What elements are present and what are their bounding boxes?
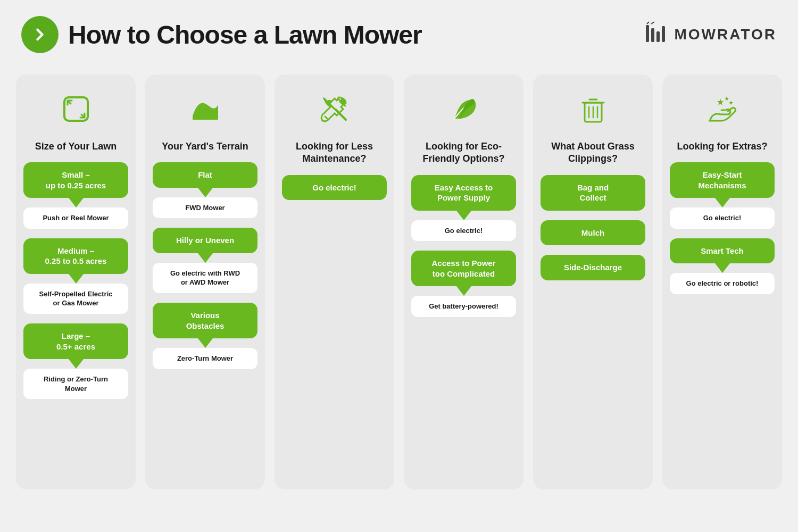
- arrow-flat: [198, 188, 213, 197]
- flow-group-medium: Medium –0.25 to 0.5 acres Self-Propelled…: [23, 238, 128, 321]
- col2-heading: Your Yard's Terrain: [162, 140, 248, 153]
- result-medium: Self-Propelled Electricor Gas Mower: [23, 284, 128, 314]
- bubble-mulch: Mulch: [541, 220, 645, 246]
- header: How to Choose a Lawn Mower MOWRATOR: [16, 11, 782, 59]
- maintenance-icon: [311, 85, 359, 133]
- arrow-easy-start: [715, 198, 730, 207]
- arrow-small: [69, 198, 84, 207]
- terrain-icon: [181, 85, 229, 133]
- col6-heading: Looking for Extras?: [677, 140, 767, 153]
- col-eco: Looking for Eco-Friendly Options? Easy A…: [404, 74, 523, 489]
- bubble-easy-power: Easy Access toPower Supply: [411, 175, 516, 211]
- page-wrapper: How to Choose a Lawn Mower MOWRATOR: [0, 0, 798, 532]
- svg-rect-3: [662, 26, 665, 42]
- col-terrain: Your Yard's Terrain Flat FWD Mower Hilly…: [145, 74, 265, 489]
- extras-icon: [699, 85, 746, 133]
- header-left: How to Choose a Lawn Mower: [21, 16, 422, 53]
- brand-icon: [644, 21, 669, 48]
- col-lawn-size: Size of Your Lawn Small –up to 0.25 acre…: [16, 74, 136, 489]
- columns-container: Size of Your Lawn Small –up to 0.25 acre…: [16, 74, 782, 489]
- arrow-hilly: [198, 253, 213, 263]
- col1-heading: Size of Your Lawn: [35, 140, 117, 153]
- arrow-medium: [69, 274, 84, 284]
- result-small: Push or Reel Mower: [23, 207, 128, 229]
- clippings-icon: [569, 85, 617, 133]
- result-hilly: Go electric with RWDor AWD Mower: [153, 263, 257, 293]
- bubble-small: Small –up to 0.25 acres: [23, 162, 128, 198]
- bubble-easy-start: Easy-StartMechanisms: [670, 162, 775, 198]
- result-flat: FWD Mower: [153, 197, 257, 219]
- bubble-hard-power: Access to Powertoo Complicated: [411, 251, 516, 286]
- page-title: How to Choose a Lawn Mower: [68, 20, 422, 49]
- lawn-size-icon: [52, 85, 100, 133]
- col5-heading: What About Grass Clippings?: [541, 140, 645, 165]
- col-maintenance: Looking for Less Maintenance? Go electri…: [275, 74, 394, 489]
- svg-rect-2: [656, 31, 660, 42]
- bubble-large: Large –0.5+ acres: [23, 323, 128, 359]
- flow-group-easy-power: Easy Access toPower Supply Go electric!: [411, 175, 516, 249]
- bubble-flat: Flat: [153, 162, 257, 188]
- result-hard-power: Get battery-powered!: [411, 296, 516, 317]
- svg-line-5: [325, 117, 327, 119]
- flow-group-discharge: Side-Discharge: [541, 255, 645, 288]
- col-clippings: What About Grass Clippings? Bag andColle…: [533, 74, 653, 489]
- arrow-easy-power: [456, 211, 471, 220]
- brand-logo: MOWRATOR: [644, 21, 777, 48]
- flow-group-bag: Bag andCollect: [541, 175, 645, 218]
- bubble-obstacles: VariousObstacles: [153, 303, 257, 338]
- col-extras: Looking for Extras? Easy-StartMechanisms…: [662, 74, 782, 489]
- chevron-right-icon: [30, 25, 49, 44]
- flow-group-electric: Go electric!: [282, 175, 387, 201]
- arrow-large: [69, 359, 84, 369]
- arrow-hard-power: [456, 286, 471, 296]
- result-obstacles: Zero-Turn Mower: [153, 348, 257, 369]
- flow-group-small: Small –up to 0.25 acres Push or Reel Mow…: [23, 162, 128, 236]
- flow-group-smart-tech: Smart Tech Go electric or robotic!: [670, 238, 775, 302]
- result-easy-start: Go electric!: [670, 207, 775, 229]
- bubble-smart-tech: Smart Tech: [670, 238, 775, 264]
- brand-name: MOWRATOR: [675, 26, 777, 43]
- bubble-go-electric: Go electric!: [282, 175, 387, 201]
- result-easy-power: Go electric!: [411, 220, 516, 242]
- flow-group-hard-power: Access to Powertoo Complicated Get batte…: [411, 251, 516, 325]
- flow-group-flat: Flat FWD Mower: [153, 162, 257, 226]
- eco-icon: [440, 85, 488, 133]
- arrow-obstacles: [198, 338, 213, 348]
- header-icon: [21, 16, 59, 53]
- bubble-discharge: Side-Discharge: [541, 255, 645, 280]
- flow-group-hilly: Hilly or Uneven Go electric with RWDor A…: [153, 228, 257, 301]
- result-large: Riding or Zero-TurnMower: [23, 369, 128, 399]
- bubble-medium: Medium –0.25 to 0.5 acres: [23, 238, 128, 274]
- flow-group-mulch: Mulch: [541, 220, 645, 253]
- svg-rect-0: [646, 25, 649, 42]
- col4-heading: Looking for Eco-Friendly Options?: [411, 140, 516, 165]
- svg-rect-1: [651, 28, 654, 42]
- bubble-hilly: Hilly or Uneven: [153, 228, 257, 253]
- arrow-smart-tech: [715, 263, 730, 273]
- result-smart-tech: Go electric or robotic!: [670, 273, 775, 294]
- flow-group-large: Large –0.5+ acres Riding or Zero-TurnMow…: [23, 323, 128, 406]
- bubble-bag: Bag andCollect: [541, 175, 645, 211]
- col3-heading: Looking for Less Maintenance?: [282, 140, 387, 165]
- flow-group-obstacles: VariousObstacles Zero-Turn Mower: [153, 303, 257, 377]
- flow-group-easy-start: Easy-StartMechanisms Go electric!: [670, 162, 775, 236]
